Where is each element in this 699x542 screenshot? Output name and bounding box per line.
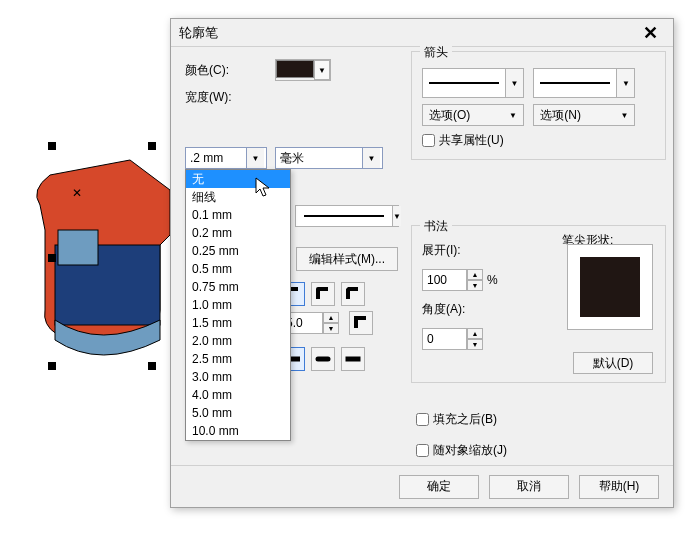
width-combo[interactable]: ▼ [185, 147, 267, 169]
stretch-spinner[interactable]: ▲ ▼ [422, 269, 483, 291]
color-swatch [276, 60, 314, 78]
chevron-down-icon[interactable]: ▼ [392, 206, 401, 226]
width-option[interactable]: 1.0 mm [186, 296, 290, 314]
line-cap-group [281, 347, 365, 371]
chevron-down-icon[interactable]: ▼ [616, 69, 634, 97]
help-button[interactable]: 帮助(H) [579, 475, 659, 499]
chevron-down-icon[interactable]: ▼ [246, 148, 264, 168]
arrowheads-group: 箭头 ▼ ▼ 选项(O)▼ 选项(N)▼ 共享属性(U) [411, 51, 666, 160]
unit-input[interactable] [276, 148, 362, 168]
dialog-footer: 确定 取消 帮助(H) [171, 465, 673, 507]
arrow-end-options-button[interactable]: 选项(N)▼ [533, 104, 635, 126]
selection-handle[interactable] [148, 142, 156, 150]
cap-round-button[interactable] [311, 347, 335, 371]
stretch-label: 展开(I): [422, 242, 476, 259]
width-option[interactable]: 0.2 mm [186, 224, 290, 242]
color-label: 颜色(C): [185, 62, 275, 79]
selection-handle[interactable] [148, 362, 156, 370]
stretch-input[interactable] [422, 269, 467, 291]
selection-handle[interactable] [48, 142, 56, 150]
width-option[interactable]: 细线 [186, 188, 290, 206]
selection-handle[interactable] [48, 254, 56, 262]
spin-up-icon[interactable]: ▲ [467, 328, 483, 339]
spin-down-icon[interactable]: ▼ [323, 323, 339, 334]
width-option[interactable]: 10.0 mm [186, 422, 290, 440]
calligraphy-group: 书法 展开(I): 笔尖形状: ▲ ▼ % 角度(A): [411, 225, 666, 383]
miter-shape-preview [349, 311, 373, 335]
default-button[interactable]: 默认(D) [573, 352, 653, 374]
svg-rect-1 [58, 230, 98, 265]
width-option[interactable]: 1.5 mm [186, 314, 290, 332]
selection-handle[interactable] [48, 362, 56, 370]
behind-fill-label: 填充之后(B) [433, 411, 497, 428]
width-option[interactable]: 0.75 mm [186, 278, 290, 296]
share-attrs-label: 共享属性(U) [439, 132, 504, 149]
width-option[interactable]: 0.5 mm [186, 260, 290, 278]
nib-square [580, 257, 640, 317]
chevron-down-icon[interactable]: ▼ [505, 69, 523, 97]
selection-center: ✕ [72, 186, 82, 200]
spin-down-icon[interactable]: ▼ [467, 339, 483, 350]
width-label: 宽度(W): [185, 89, 275, 106]
corner-bevel-button[interactable] [341, 282, 365, 306]
width-option[interactable]: 5.0 mm [186, 404, 290, 422]
ok-button[interactable]: 确定 [399, 475, 479, 499]
spin-up-icon[interactable]: ▲ [323, 312, 339, 323]
cancel-button[interactable]: 取消 [489, 475, 569, 499]
width-option[interactable]: 无 [186, 170, 290, 188]
stretch-unit: % [487, 273, 498, 287]
width-option[interactable]: 4.0 mm [186, 386, 290, 404]
arrow-start-options-button[interactable]: 选项(O)▼ [422, 104, 524, 126]
close-icon[interactable]: ✕ [635, 22, 665, 44]
nib-preview [567, 244, 653, 330]
cap-square-button[interactable] [341, 347, 365, 371]
scale-with-label: 随对象缩放(J) [433, 442, 507, 459]
spin-up-icon[interactable]: ▲ [467, 269, 483, 280]
angle-label: 角度(A): [422, 301, 476, 318]
scale-with-checkbox[interactable] [416, 444, 429, 457]
corner-join-group [281, 282, 365, 306]
dialog-title: 轮廓笔 [179, 24, 218, 42]
width-dropdown-list[interactable]: 无细线0.1 mm0.2 mm0.25 mm0.5 mm0.75 mm1.0 m… [185, 169, 291, 441]
width-option[interactable]: 0.25 mm [186, 242, 290, 260]
width-input[interactable] [186, 148, 246, 168]
angle-input[interactable] [422, 328, 467, 350]
width-option[interactable]: 0.1 mm [186, 206, 290, 224]
color-picker[interactable]: ▼ [275, 59, 331, 81]
arrow-end-combo[interactable]: ▼ [533, 68, 635, 98]
edit-style-button[interactable]: 编辑样式(M)... [296, 247, 398, 271]
titlebar: 轮廓笔 ✕ [171, 19, 673, 47]
corner-round-button[interactable] [311, 282, 335, 306]
spin-down-icon[interactable]: ▼ [467, 280, 483, 291]
calligraphy-title: 书法 [420, 218, 452, 235]
angle-spinner[interactable]: ▲ ▼ [422, 328, 483, 350]
unit-combo[interactable]: ▼ [275, 147, 383, 169]
width-option[interactable]: 3.0 mm [186, 368, 290, 386]
share-attrs-checkbox[interactable] [422, 134, 435, 147]
chevron-down-icon[interactable]: ▼ [362, 148, 380, 168]
outline-pen-dialog: 轮廓笔 ✕ 颜色(C): ▼ 宽度(W): ▼ ▼ [170, 18, 674, 508]
behind-fill-checkbox[interactable] [416, 413, 429, 426]
width-option[interactable]: 2.5 mm [186, 350, 290, 368]
arrowheads-title: 箭头 [420, 44, 452, 61]
width-option[interactable]: 2.0 mm [186, 332, 290, 350]
chevron-down-icon[interactable]: ▼ [314, 60, 330, 80]
arrow-start-combo[interactable]: ▼ [422, 68, 524, 98]
line-style-combo[interactable]: ▼ [295, 205, 399, 227]
